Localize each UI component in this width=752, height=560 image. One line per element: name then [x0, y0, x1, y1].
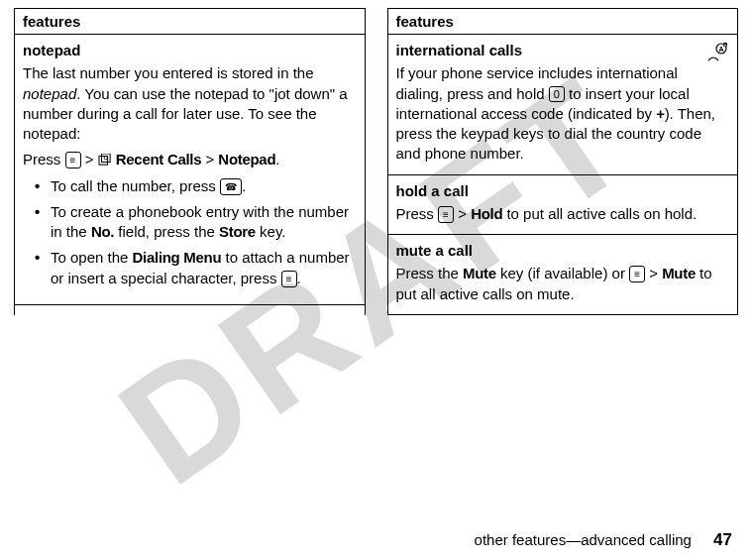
text: > — [81, 151, 98, 168]
text: . — [297, 270, 301, 286]
notepad-para1: The last number you entered is stored in… — [23, 63, 357, 144]
svg-rect-1 — [101, 154, 110, 163]
bullet-store: To create a phonebook entry with the num… — [51, 202, 357, 243]
mute-call-cell: mute a call Press the Mute key (if avail… — [388, 235, 738, 315]
text: To open the — [51, 249, 133, 266]
left-column: features notepad The last number you ent… — [14, 8, 366, 315]
text: Press the — [396, 265, 464, 281]
hold-label: Hold — [471, 205, 502, 222]
menu-key-icon — [438, 206, 454, 223]
recent-calls-icon — [98, 154, 112, 166]
notepad-italic: notepad — [23, 85, 76, 102]
notepad-cell: notepad The last number you entered is s… — [15, 35, 365, 305]
mute-label: Mute — [662, 265, 696, 281]
recent-calls-label: Recent Calls — [116, 151, 201, 168]
notepad-press-line: Press > Recent Calls > Notepad. — [23, 150, 357, 169]
page-footer: other features—advanced calling 47 — [475, 530, 732, 550]
no-label: No. — [91, 223, 114, 240]
text: field, press the — [114, 223, 219, 240]
store-label: Store — [219, 223, 256, 240]
plus-label: + — [656, 105, 664, 122]
text: Press — [396, 205, 439, 222]
svg-text:+: + — [724, 42, 727, 48]
text: > — [201, 151, 218, 168]
zero-key-icon — [549, 86, 565, 102]
mute-title: mute a call — [396, 241, 730, 261]
hold-title: hold a call — [396, 181, 730, 201]
text: Press — [23, 151, 65, 168]
right-header: features — [388, 9, 738, 35]
mute-key-label: Mute — [463, 265, 496, 281]
text: The last number you entered is stored in… — [23, 64, 314, 81]
intl-para: If your phone service includes internati… — [396, 63, 730, 164]
menu-key-icon — [281, 271, 297, 287]
intl-calls-cell: A+ international calls If your phone ser… — [388, 35, 738, 175]
text: to put all active calls on hold. — [502, 205, 697, 222]
footer-text: other features—advanced calling — [475, 531, 692, 548]
text: . — [242, 177, 246, 194]
text: > — [454, 205, 471, 222]
network-icon: A+ — [705, 41, 729, 64]
bullet-call: To call the number, press . — [51, 176, 357, 196]
hold-call-cell: hold a call Press > Hold to put all acti… — [388, 175, 738, 236]
hold-para: Press > Hold to put all active calls on … — [396, 204, 730, 224]
text: To call the number, press — [51, 177, 220, 194]
svg-rect-0 — [99, 157, 108, 166]
page-number: 47 — [713, 530, 732, 549]
text: key. — [256, 223, 286, 240]
text: > — [645, 265, 662, 281]
call-key-icon — [220, 178, 242, 195]
text: . — [275, 151, 279, 168]
menu-key-icon — [629, 266, 645, 282]
menu-key-icon — [65, 152, 81, 168]
notepad-label: Notepad — [218, 151, 275, 168]
dialing-menu-label: Dialing Menu — [133, 249, 222, 266]
content-columns: features notepad The last number you ent… — [0, 0, 752, 315]
mute-para: Press the Mute key (if available) or > M… — [396, 264, 730, 304]
right-column: features A+ international calls If your … — [387, 8, 739, 315]
left-header: features — [15, 9, 365, 35]
notepad-title: notepad — [23, 41, 357, 60]
intl-title: international calls — [396, 41, 730, 60]
bullet-dialing-menu: To open the Dialing Menu to attach a num… — [51, 248, 357, 288]
text: key (if available) or — [496, 265, 629, 281]
notepad-bullets: To call the number, press . To create a … — [23, 176, 357, 288]
